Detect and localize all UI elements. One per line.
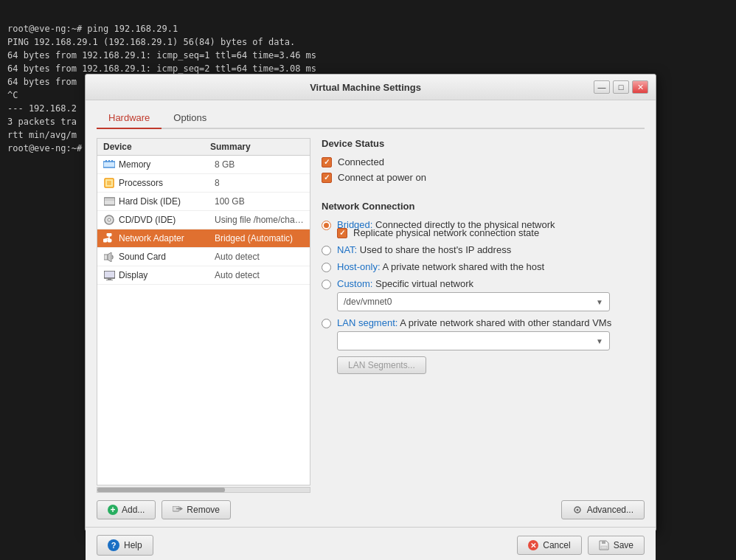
tab-hardware[interactable]: Hardware — [97, 108, 162, 129]
device-name-display: Display — [119, 270, 215, 280]
lan-dropdown[interactable]: ▼ — [337, 331, 610, 350]
svg-rect-20 — [106, 280, 113, 280]
radio-bridged-btn[interactable] — [322, 221, 331, 230]
help-icon: ? — [108, 539, 119, 551]
cancel-icon: ✕ — [528, 540, 538, 550]
svg-line-14 — [105, 238, 110, 239]
connected-row: Connected — [322, 156, 645, 167]
lan-segments-button[interactable]: LAN Segments... — [337, 356, 426, 374]
device-row-processors[interactable]: Processors 8 — [97, 174, 310, 193]
device-row-cddvd[interactable]: CD/DVD (IDE) Using file /home/chandrav — [97, 211, 310, 229]
cancel-label: Cancel — [543, 540, 570, 550]
save-label: Save — [614, 540, 633, 550]
network-icon — [103, 232, 115, 244]
disk-icon — [103, 196, 115, 207]
header-device: Device — [103, 142, 210, 152]
radio-custom[interactable]: Custom: Specific virtual network — [322, 278, 645, 289]
device-row-harddisk[interactable]: Hard Disk (IDE) 100 GB — [97, 193, 310, 211]
radio-custom-btn[interactable] — [322, 280, 331, 289]
tab-bar: Hardware Options — [97, 108, 645, 129]
svg-rect-12 — [108, 239, 111, 242]
radio-group: Bridged: Connected directly to the physi… — [322, 219, 645, 374]
add-label: Add... — [122, 505, 145, 515]
connected-checkbox[interactable] — [322, 157, 332, 167]
help-label: Help — [124, 540, 142, 550]
window-controls: — □ ✕ — [594, 80, 648, 94]
memory-icon — [103, 159, 115, 170]
device-name-network: Network Adapter — [119, 233, 215, 243]
scrollbar-track[interactable] — [97, 487, 310, 493]
svg-marker-17 — [108, 252, 111, 262]
advanced-icon — [572, 505, 583, 514]
device-summary-memory: 8 GB — [215, 159, 304, 170]
radio-host-only[interactable]: Host-only: A private network shared with… — [322, 261, 645, 272]
svg-rect-5 — [107, 181, 111, 185]
vm-settings-dialog: Virtual Machine Settings — □ ✕ Hardware … — [85, 74, 656, 531]
svg-rect-10 — [107, 233, 111, 236]
lan-dropdown-row: ▼ — [337, 331, 645, 350]
remove-button[interactable]: Remove — [162, 500, 231, 519]
right-buttons: ✕ Cancel Save — [517, 536, 645, 555]
device-summary-processors: 8 — [215, 178, 304, 188]
sound-icon — [103, 251, 115, 263]
connected-label: Connected — [338, 156, 384, 167]
device-summary-soundcard: Auto detect — [215, 252, 304, 262]
radio-lan-segment[interactable]: LAN segment: A private network shared wi… — [322, 317, 645, 328]
device-row-soundcard[interactable]: Sound Card Auto detect — [97, 248, 310, 266]
custom-dropdown-arrow: ▼ — [596, 298, 603, 306]
save-button[interactable]: Save — [588, 536, 645, 555]
radio-nat[interactable]: NAT: Used to share the host's IP address — [322, 244, 645, 255]
svg-rect-11 — [103, 239, 107, 242]
remove-icon — [173, 505, 183, 515]
cancel-button[interactable]: ✕ Cancel — [517, 536, 581, 555]
device-row-memory[interactable]: Memory 8 GB — [97, 156, 310, 174]
close-button[interactable]: ✕ — [632, 80, 648, 94]
custom-dropdown[interactable]: /dev/vmnet0 ▼ — [337, 292, 610, 311]
svg-point-9 — [108, 218, 111, 221]
help-button[interactable]: ? Help — [97, 535, 153, 556]
device-row-network[interactable]: Network Adapter Bridged (Automatic) — [97, 229, 310, 248]
main-layout: Device Summary Memory 8 GB — [97, 138, 645, 519]
display-icon — [103, 269, 115, 281]
advanced-button[interactable]: Advanced... — [561, 500, 645, 519]
header-summary: Summary — [210, 142, 251, 152]
device-list: Memory 8 GB Processors 8 — [97, 155, 310, 485]
terminal-line-1: root@eve-ng:~# ping 192.168.29.1 — [7, 22, 729, 35]
svg-rect-18 — [104, 271, 115, 278]
svg-rect-27 — [601, 546, 607, 549]
svg-rect-2 — [108, 160, 110, 162]
device-list-header: Device Summary — [97, 138, 310, 155]
device-row-display[interactable]: Display Auto detect — [97, 266, 310, 285]
device-status-section: Device Status Connected Connect at power… — [322, 138, 645, 187]
device-summary-harddisk: 100 GB — [215, 196, 304, 207]
add-button[interactable]: + Add... — [97, 500, 156, 519]
device-name-memory: Memory — [119, 159, 215, 170]
device-panel: Device Summary Memory 8 GB — [97, 138, 310, 519]
device-name-harddisk: Hard Disk (IDE) — [119, 196, 215, 207]
dialog-content: Hardware Options Device Summary Memory — [86, 100, 656, 527]
device-status-title: Device Status — [322, 138, 645, 149]
device-summary-network: Bridged (Automatic) — [215, 233, 304, 243]
radio-lan-btn[interactable] — [322, 319, 331, 328]
svg-line-15 — [109, 238, 110, 239]
minimize-button[interactable]: — — [594, 80, 610, 94]
maximize-button[interactable]: □ — [613, 80, 629, 94]
dialog-titlebar: Virtual Machine Settings — □ ✕ — [86, 75, 656, 100]
replicate-row: Replicate physical network connection st… — [337, 227, 645, 238]
connect-power-checkbox[interactable] — [322, 173, 332, 183]
cpu-icon — [103, 177, 115, 189]
radio-nat-btn[interactable] — [322, 246, 331, 255]
svg-rect-19 — [108, 278, 111, 280]
advanced-label: Advanced... — [587, 505, 633, 515]
svg-point-25 — [576, 509, 578, 511]
tab-options[interactable]: Options — [162, 108, 218, 129]
replicate-checkbox[interactable] — [337, 228, 347, 238]
radio-host-only-btn[interactable] — [322, 263, 331, 272]
save-icon — [599, 540, 609, 550]
scrollbar-thumb — [97, 488, 225, 492]
dialog-title: Virtual Machine Settings — [137, 82, 594, 93]
network-connection-title: Network Connection — [322, 201, 645, 212]
device-name-processors: Processors — [119, 178, 215, 188]
svg-rect-26 — [602, 541, 605, 544]
custom-dropdown-row: /dev/vmnet0 ▼ — [337, 292, 645, 311]
